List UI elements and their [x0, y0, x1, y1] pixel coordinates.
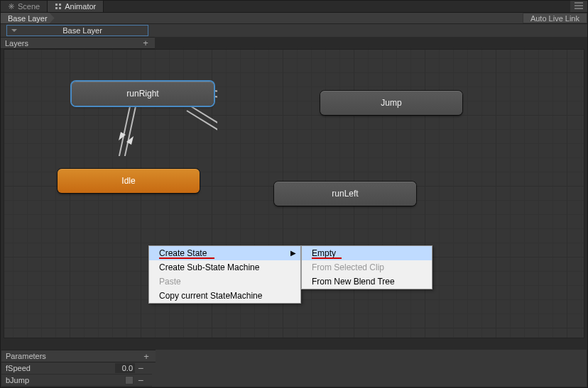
breadcrumb: Base Layer Auto Live Link	[1, 13, 587, 24]
parameter-value-input[interactable]	[115, 363, 135, 373]
panel-menu-icon[interactable]	[570, 1, 587, 12]
breadcrumb-base-layer[interactable]: Base Layer	[1, 13, 55, 23]
add-parameter-button[interactable]: +	[141, 351, 151, 362]
menu-label: From Selected Clip	[312, 262, 384, 272]
tab-bar: Scene Animator	[1, 1, 587, 13]
underline-annotation	[159, 257, 214, 259]
parameter-name[interactable]: fSpeed	[6, 364, 115, 372]
state-node-idle[interactable]: Idle	[58, 169, 200, 193]
graph-canvas[interactable]: runRight Jump Idle runLeft Create State …	[4, 49, 584, 338]
svg-rect-2	[55, 7, 58, 9]
svg-rect-3	[59, 7, 61, 9]
remove-parameter-button[interactable]: −	[135, 362, 146, 374]
parameters-panel: Parameters + fSpeed − bJump −	[1, 350, 587, 387]
auto-live-link-button[interactable]: Auto Live Link	[523, 13, 587, 23]
parameter-row: fSpeed −	[1, 362, 152, 375]
node-label: runLeft	[332, 189, 358, 199]
parameter-name[interactable]: bJump	[6, 376, 115, 384]
underline-annotation	[312, 257, 342, 259]
parameters-header: Parameters +	[1, 350, 156, 362]
tab-animator-label: Animator	[65, 2, 96, 11]
context-menu: Create State ▶ Create Sub-State Machine …	[148, 245, 301, 304]
parameter-row: bJump −	[1, 375, 152, 387]
layers-title: Layers	[5, 39, 141, 48]
svg-rect-0	[55, 4, 58, 6]
menu-label: Create State	[159, 248, 207, 258]
remove-parameter-button[interactable]: −	[135, 375, 146, 386]
tab-scene-label: Scene	[18, 2, 40, 11]
menu-label: Copy current StateMachine	[159, 291, 262, 301]
layer-dropdown[interactable]: Base Layer	[6, 25, 148, 36]
tab-scene[interactable]: Scene	[1, 1, 48, 12]
auto-live-link-label: Auto Live Link	[530, 14, 579, 23]
menu-label: Create Sub-State Machine	[159, 262, 259, 272]
submenu-from-selected-clip: From Selected Clip	[302, 260, 432, 275]
layers-header: Layers +	[1, 37, 155, 49]
svg-rect-1	[59, 4, 61, 6]
layer-selector-row: Base Layer	[1, 24, 587, 37]
menu-paste: Paste	[149, 275, 300, 289]
scene-icon	[8, 3, 15, 10]
menu-create-sub-state-machine[interactable]: Create Sub-State Machine	[149, 260, 300, 275]
context-submenu: Empty From Selected Clip From New Blend …	[301, 245, 432, 289]
add-layer-button[interactable]: +	[141, 38, 151, 48]
menu-copy-current-statemachine[interactable]: Copy current StateMachine	[149, 289, 300, 303]
state-node-jump[interactable]: Jump	[320, 91, 462, 115]
node-label: Idle	[121, 176, 135, 186]
menu-label: Empty	[312, 248, 336, 258]
tab-animator[interactable]: Animator	[48, 1, 104, 12]
parameters-title: Parameters	[6, 352, 46, 360]
submenu-empty[interactable]: Empty	[302, 246, 432, 260]
node-label: Jump	[381, 98, 401, 108]
submenu-from-new-blend-tree[interactable]: From New Blend Tree	[302, 275, 432, 289]
submenu-arrow-icon: ▶	[290, 249, 296, 257]
state-node-runleft[interactable]: runLeft	[274, 182, 416, 206]
eye-icon	[10, 26, 20, 35]
parameter-checkbox[interactable]	[125, 376, 134, 384]
breadcrumb-label: Base Layer	[8, 14, 48, 23]
menu-create-state[interactable]: Create State ▶	[149, 246, 300, 260]
animator-icon	[55, 3, 62, 10]
layer-dropdown-label: Base Layer	[20, 26, 145, 35]
state-node-runright[interactable]: runRight	[72, 82, 214, 106]
node-label: runRight	[126, 89, 158, 99]
svg-marker-4	[11, 29, 17, 32]
menu-label: From New Blend Tree	[312, 277, 395, 287]
menu-label: Paste	[159, 277, 181, 287]
